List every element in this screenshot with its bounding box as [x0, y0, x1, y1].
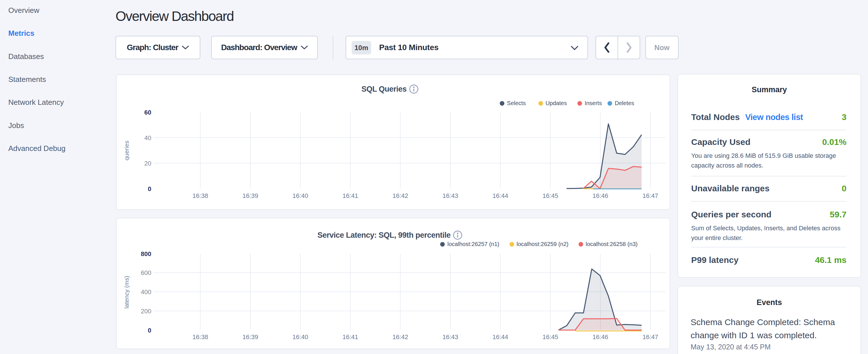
svg-text:0: 0 — [148, 327, 151, 334]
svg-text:16:46: 16:46 — [592, 192, 608, 199]
svg-text:16:41: 16:41 — [342, 333, 358, 341]
svg-text:40: 40 — [145, 134, 151, 141]
svg-text:16:45: 16:45 — [542, 333, 558, 341]
svg-text:16:43: 16:43 — [442, 192, 458, 199]
svg-text:16:41: 16:41 — [342, 192, 358, 199]
svg-text:600: 600 — [141, 269, 151, 277]
svg-text:16:43: 16:43 — [442, 333, 458, 341]
svg-text:16:40: 16:40 — [292, 192, 308, 199]
svg-text:0: 0 — [148, 185, 151, 192]
svg-text:queries: queries — [123, 141, 130, 160]
svg-text:16:42: 16:42 — [392, 333, 408, 341]
svg-text:latency (ms): latency (ms) — [123, 276, 130, 309]
svg-text:16:45: 16:45 — [542, 192, 558, 199]
svg-text:16:44: 16:44 — [492, 192, 508, 199]
svg-text:16:39: 16:39 — [242, 192, 258, 199]
svg-text:200: 200 — [141, 308, 151, 315]
svg-text:16:46: 16:46 — [592, 333, 608, 341]
svg-text:60: 60 — [145, 109, 151, 116]
svg-text:400: 400 — [141, 288, 151, 296]
svg-text:16:42: 16:42 — [392, 192, 408, 199]
svg-text:20: 20 — [145, 160, 151, 167]
svg-text:800: 800 — [141, 250, 151, 257]
svg-text:16:38: 16:38 — [192, 333, 208, 341]
svg-text:16:47: 16:47 — [643, 192, 658, 199]
svg-text:16:40: 16:40 — [292, 333, 308, 341]
svg-text:16:38: 16:38 — [192, 192, 208, 199]
svg-text:16:44: 16:44 — [492, 333, 508, 341]
svg-text:16:47: 16:47 — [643, 333, 658, 341]
svg-text:16:39: 16:39 — [242, 333, 258, 341]
